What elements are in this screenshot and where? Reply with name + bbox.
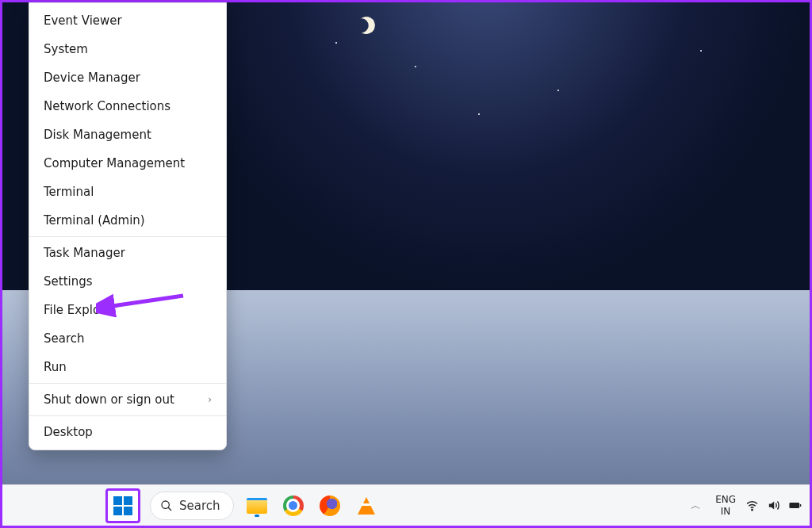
menu-item-terminal[interactable]: Terminal (29, 178, 226, 206)
menu-item-label: Shut down or sign out (44, 392, 174, 407)
chrome-icon (283, 495, 304, 516)
menu-item-label: Task Manager (44, 246, 125, 260)
menu-separator (29, 236, 226, 237)
taskbar-center: Search (105, 485, 380, 526)
language-indicator[interactable]: ENG IN (715, 494, 736, 517)
menu-item-label: Terminal (44, 185, 94, 199)
menu-item-terminal-admin-[interactable]: Terminal (Admin) (29, 206, 226, 235)
volume-icon (767, 499, 780, 512)
menu-item-label: Event Viewer (44, 13, 122, 28)
menu-item-label: Search (44, 331, 85, 346)
wallpaper-star (335, 42, 337, 44)
wallpaper-star (478, 113, 480, 115)
menu-item-label: Disk Management (44, 128, 151, 142)
taskbar-app-chrome[interactable] (280, 492, 307, 519)
menu-item-label: Settings (44, 274, 93, 289)
taskbar-app-file-explorer[interactable] (243, 492, 270, 519)
wallpaper-star (700, 50, 702, 52)
menu-item-disk-management[interactable]: Disk Management (29, 121, 226, 149)
menu-item-run[interactable]: Run (29, 353, 226, 381)
menu-item-label: Device Manager (44, 71, 140, 85)
taskbar: Search ︿ ENG IN (2, 484, 810, 526)
system-tray[interactable] (745, 499, 802, 512)
start-button[interactable] (105, 488, 140, 523)
menu-item-shut-down-or-sign-out[interactable]: Shut down or sign out› (29, 385, 226, 414)
menu-item-device-manager[interactable]: Device Manager (29, 63, 226, 92)
menu-item-computer-management[interactable]: Computer Management (29, 149, 226, 178)
menu-item-system[interactable]: System (29, 35, 226, 63)
battery-icon (788, 499, 802, 512)
menu-item-file-explorer[interactable]: File Explorer (29, 296, 226, 324)
svg-rect-5 (800, 504, 801, 507)
windows-logo-icon (113, 496, 132, 515)
desktop-screenshot: Event ViewerSystemDevice ManagerNetwork … (0, 0, 812, 528)
lang-secondary: IN (715, 506, 736, 517)
menu-item-settings[interactable]: Settings (29, 267, 226, 296)
taskbar-right: ︿ ENG IN (686, 485, 802, 526)
menu-item-label: Computer Management (44, 156, 185, 170)
svg-point-1 (162, 501, 169, 508)
chevron-right-icon: › (208, 394, 212, 405)
menu-item-label: Run (44, 360, 67, 374)
menu-item-search[interactable]: Search (29, 324, 226, 353)
power-user-menu: Event ViewerSystemDevice ManagerNetwork … (29, 2, 227, 450)
wifi-icon (745, 499, 759, 512)
menu-item-label: System (44, 42, 88, 56)
menu-item-label: Network Connections (44, 99, 170, 113)
menu-item-network-connections[interactable]: Network Connections (29, 92, 226, 121)
menu-item-label: Desktop (44, 425, 93, 439)
firefox-icon (320, 495, 340, 516)
menu-item-task-manager[interactable]: Task Manager (29, 239, 226, 267)
menu-item-desktop[interactable]: Desktop (29, 418, 226, 446)
svg-point-3 (752, 509, 753, 510)
menu-item-event-viewer[interactable]: Event Viewer (29, 6, 226, 35)
svg-line-2 (168, 507, 171, 511)
menu-separator (29, 415, 226, 416)
svg-rect-4 (789, 503, 799, 508)
taskbar-app-vlc[interactable] (353, 492, 380, 519)
taskbar-app-firefox[interactable] (316, 492, 343, 519)
file-explorer-icon (247, 498, 267, 514)
menu-separator (29, 383, 226, 384)
menu-item-label: Terminal (Admin) (44, 213, 145, 228)
tray-overflow-button[interactable]: ︿ (686, 494, 706, 518)
lang-primary: ENG (715, 494, 736, 505)
search-icon (160, 499, 173, 512)
search-label: Search (179, 499, 220, 513)
wallpaper-star (415, 66, 416, 67)
taskbar-search[interactable]: Search (150, 492, 234, 520)
wallpaper-moon (355, 14, 377, 36)
wallpaper-star (557, 90, 559, 91)
menu-item-label: File Explorer (44, 303, 117, 317)
vlc-icon (358, 497, 375, 515)
